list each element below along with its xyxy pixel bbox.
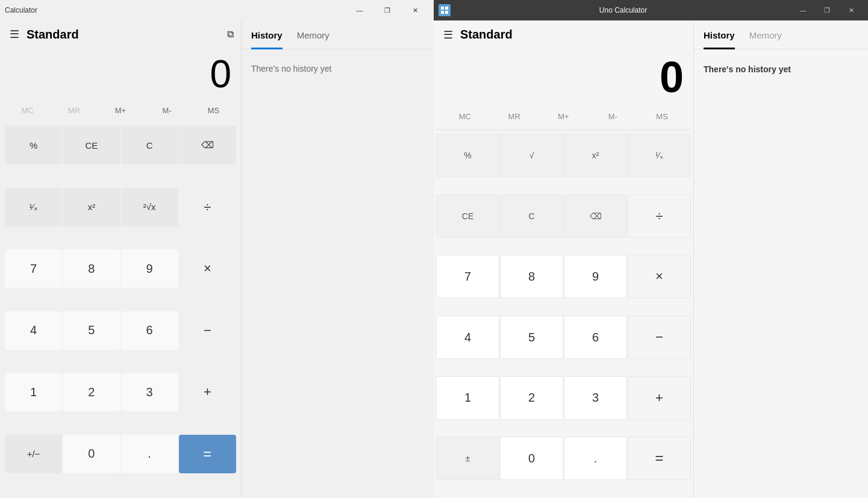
memory-row-left: MCMRM+M-MS [0, 98, 241, 123]
minimize-button-right[interactable]: — [791, 2, 815, 19]
calc-title-right: Standard [460, 28, 513, 42]
calc-right-body: ☰ Standard 0 MCMRM+M-MS %√x²¹⁄ₓCEC⌫÷789×… [434, 20, 868, 498]
panel-content-left: There's no history yet [242, 54, 434, 493]
btn-right-6[interactable]: 6 [564, 316, 627, 359]
btn-0[interactable]: 0 [63, 435, 120, 473]
app-icon-right [439, 4, 451, 16]
btn-right-C[interactable]: C [500, 195, 563, 238]
btn--[interactable]: ⌫ [179, 126, 236, 164]
svg-rect-1 [445, 7, 448, 10]
mem-btn-m+[interactable]: M+ [98, 100, 143, 121]
btn-right-7[interactable]: 7 [436, 255, 499, 298]
left-title: Calculator [5, 6, 37, 14]
window-controls-left: — ❐ ✕ [346, 2, 429, 19]
btn--[interactable]: − [179, 311, 236, 350]
btn--[interactable]: + [179, 373, 236, 411]
btn-4[interactable]: 4 [5, 311, 62, 350]
calc-header-left: ☰ Standard ⧉ [0, 20, 241, 48]
btn-right-1[interactable]: 1 [436, 376, 499, 420]
btn-right-x-[interactable]: x² [564, 134, 627, 177]
btn-right--[interactable]: . [564, 437, 627, 480]
mem-btn-right-m-[interactable]: M- [589, 106, 637, 127]
mem-btn-right-m+[interactable]: M+ [540, 106, 588, 127]
btn-1[interactable]: 1 [5, 373, 62, 411]
btn-8[interactable]: 8 [63, 249, 120, 288]
btn-right--[interactable]: + [628, 376, 691, 420]
title-bar-right: Uno Calculator — ❐ ✕ [434, 0, 868, 20]
btn-C[interactable]: C [121, 126, 178, 164]
calc-buttons-right: %√x²¹⁄ₓCEC⌫÷789×456−123+±0.= [434, 132, 693, 498]
btn--[interactable]: % [5, 126, 62, 164]
window-controls-right: — ❐ ✕ [791, 2, 863, 19]
no-history-left: There's no history yet [251, 64, 331, 73]
btn-right--[interactable]: × [628, 255, 691, 298]
calc-main-right: ☰ Standard 0 MCMRM+M-MS %√x²¹⁄ₓCEC⌫÷789×… [434, 20, 693, 498]
no-history-right: There's no history yet [704, 64, 791, 74]
tab-history-right[interactable]: History [704, 25, 735, 49]
btn-right--[interactable]: = [628, 437, 691, 480]
btn-right-0[interactable]: 0 [500, 437, 563, 480]
mem-btn-right-mr[interactable]: MR [490, 106, 539, 127]
display-number-right: 0 [443, 54, 684, 101]
btn-9[interactable]: 9 [121, 249, 178, 288]
close-button-left[interactable]: ✕ [401, 2, 429, 19]
history-panel-left: HistoryMemory There's no history yet [241, 20, 434, 498]
btn-right-9[interactable]: 9 [564, 255, 627, 298]
tab-memory-left[interactable]: Memory [297, 25, 329, 49]
btn---x[interactable]: ²√x [121, 188, 178, 226]
btn-7[interactable]: 7 [5, 249, 62, 288]
mem-btn-right-ms[interactable]: MS [638, 106, 686, 127]
btn--[interactable]: ÷ [179, 188, 236, 226]
calc-main-left: ☰ Standard ⧉ 0 MCMRM+M-MS %CEC⌫¹⁄ₓx²²√x÷… [0, 20, 241, 498]
btn-CE[interactable]: CE [63, 126, 120, 164]
btn-right-8[interactable]: 8 [500, 255, 563, 298]
snap-icon-left[interactable]: ⧉ [227, 29, 234, 40]
btn--[interactable]: × [179, 249, 236, 288]
btn--[interactable]: = [179, 435, 236, 473]
display-area-right: 0 [434, 49, 693, 104]
btn-2[interactable]: 2 [63, 373, 120, 411]
btn-right--[interactable]: ⌫ [564, 195, 627, 238]
btn-right----[interactable]: ¹⁄ₓ [628, 134, 691, 177]
close-button-right[interactable]: ✕ [839, 2, 863, 19]
memory-row-right: MCMRM+M-MS [436, 104, 691, 130]
tab-history-left[interactable]: History [251, 25, 283, 49]
btn-right-5[interactable]: 5 [500, 316, 563, 359]
svg-rect-0 [441, 7, 444, 10]
tab-memory-right[interactable]: Memory [749, 25, 782, 49]
btn--[interactable]: . [121, 435, 178, 473]
btn-3[interactable]: 3 [121, 373, 178, 411]
hamburger-icon-left[interactable]: ☰ [7, 25, 22, 43]
mem-btn-m-[interactable]: M- [145, 100, 190, 121]
btn-right--[interactable]: ÷ [628, 195, 691, 238]
btn----[interactable]: ¹⁄ₓ [5, 188, 62, 226]
calc-buttons-left: %CEC⌫¹⁄ₓx²²√x÷789×456−123++/−0.= [0, 123, 241, 498]
panel-content-right: There's no history yet [694, 54, 868, 493]
btn-right-3[interactable]: 3 [564, 376, 627, 420]
right-calculator: Uno Calculator — ❐ ✕ ☰ Standard 0 MCMRM+… [434, 0, 868, 498]
panel-tabs-right: HistoryMemory [694, 25, 868, 49]
display-number-left: 0 [10, 53, 231, 95]
btn----[interactable]: +/− [5, 435, 62, 473]
right-title: Uno Calculator [455, 6, 791, 14]
svg-rect-3 [445, 11, 448, 14]
btn-right--[interactable]: % [436, 134, 499, 177]
title-bar-left: Calculator — ❐ ✕ [0, 0, 434, 20]
btn-x-[interactable]: x² [63, 188, 120, 226]
minimize-button-left[interactable]: — [346, 2, 373, 19]
maximize-button-left[interactable]: ❐ [373, 2, 401, 19]
btn-right-4[interactable]: 4 [436, 316, 499, 359]
btn-right-2[interactable]: 2 [500, 376, 563, 420]
mem-btn-ms[interactable]: MS [191, 100, 236, 121]
mem-btn-right-mc[interactable]: MC [441, 106, 489, 127]
hamburger-icon-right[interactable]: ☰ [443, 28, 453, 42]
btn-right--[interactable]: ± [436, 437, 499, 480]
btn-5[interactable]: 5 [63, 311, 120, 350]
btn-right--[interactable]: − [628, 316, 691, 359]
btn-6[interactable]: 6 [121, 311, 178, 350]
calc-left-body: ☰ Standard ⧉ 0 MCMRM+M-MS %CEC⌫¹⁄ₓx²²√x÷… [0, 20, 434, 498]
btn-right-CE[interactable]: CE [436, 195, 499, 238]
btn-right--[interactable]: √ [500, 134, 563, 177]
left-calculator: Calculator — ❐ ✕ ☰ Standard ⧉ 0 MCMRM+M-… [0, 0, 434, 498]
maximize-button-right[interactable]: ❐ [815, 2, 839, 19]
